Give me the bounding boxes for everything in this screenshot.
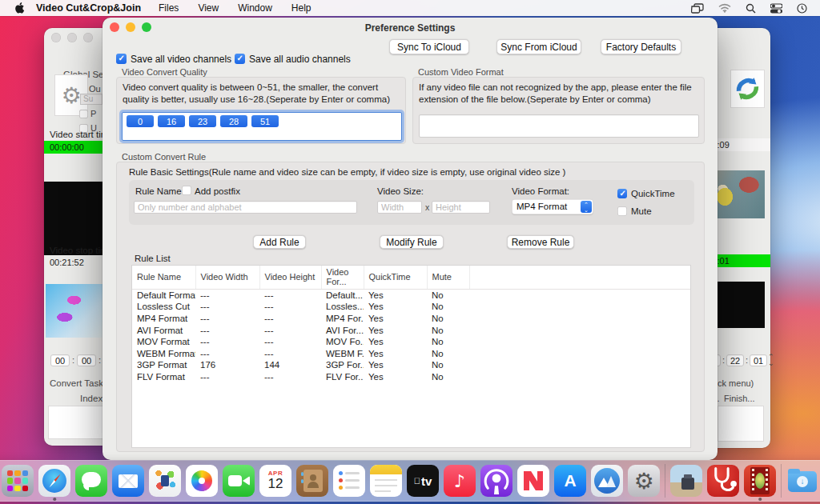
p-checkbox[interactable] [79, 110, 88, 118]
rule-table-cell: --- [195, 336, 259, 348]
rule-table-column-header[interactable]: Mute [427, 266, 469, 290]
quality-token[interactable]: 23 [189, 115, 216, 127]
rule-table-cell: Yes [364, 313, 427, 325]
su-field[interactable]: Su [80, 94, 102, 105]
dock-photo-booth[interactable] [149, 465, 181, 497]
video-size-label: Video Size: [377, 186, 424, 196]
quality-token[interactable]: 16 [158, 115, 185, 127]
custom-video-format-group: If any video file can not recognized by … [412, 77, 705, 144]
menu-view[interactable]: View [198, 2, 219, 14]
rule-table-cell [469, 324, 690, 336]
control-center-icon[interactable] [770, 3, 782, 14]
modify-rule-button[interactable]: Modify Rule [380, 235, 444, 249]
rule-table-row[interactable]: MOV Format------MOV Fo...YesNo [132, 336, 690, 348]
convert-button[interactable] [730, 70, 765, 108]
dock-image-file[interactable] [670, 465, 702, 497]
rule-table-column-header[interactable]: Video Height [259, 266, 321, 290]
save-audio-channels-checkbox[interactable] [235, 54, 245, 64]
quality-token[interactable]: 28 [220, 115, 247, 127]
dock-reminders[interactable] [333, 465, 365, 497]
dock-downloads-folder[interactable]: ↓ [786, 465, 818, 497]
dock-separator [781, 464, 782, 498]
add-rule-button[interactable]: Add Rule [253, 235, 306, 249]
dock-podcasts[interactable] [480, 465, 512, 497]
add-postfix-checkbox[interactable] [182, 186, 191, 195]
second-stepper[interactable]: 01 [750, 354, 767, 366]
rule-table-column-header[interactable]: Rule Name [132, 266, 195, 290]
mission-control-icon[interactable] [691, 3, 704, 14]
rule-table-row[interactable]: Lossless Cut------Lossles...YesNo [132, 301, 690, 313]
quicktime-checkbox[interactable] [617, 189, 627, 198]
dock-contacts[interactable] [296, 465, 328, 497]
rule-table-row[interactable]: MP4 Format------MP4 For...YesNo [132, 313, 690, 325]
dock-stethoscope-app[interactable] [707, 465, 739, 497]
dock-launchpad[interactable] [2, 465, 34, 497]
quality-token[interactable]: 0 [127, 115, 154, 127]
active-app-name[interactable]: Video Cut&Crop&Join [36, 2, 141, 14]
rule-list-table[interactable]: Rule NameVideo WidthVideo HeightVideo Fo… [131, 265, 691, 448]
left-window-traffic-lights[interactable] [51, 33, 93, 42]
sync-to-icloud-button[interactable]: Sync To iCloud [389, 39, 469, 54]
dock-notes[interactable] [370, 465, 402, 497]
rule-table-cell: WEBM F... [321, 347, 364, 359]
rule-table-row[interactable]: FLV Format------FLV For...YesNo [132, 371, 690, 383]
rule-table-row[interactable]: 3GP Format1761443GP For...YesNo [132, 359, 690, 371]
dock-news[interactable] [517, 465, 549, 497]
dock-photos[interactable] [186, 465, 218, 497]
menu-help[interactable]: Help [291, 2, 312, 14]
mute-checkbox[interactable] [617, 206, 627, 216]
search-icon[interactable] [746, 3, 756, 14]
quality-token-input[interactable]: 016232851 [122, 112, 402, 141]
rule-table-column-header[interactable]: QuickTime [364, 266, 427, 290]
stepper-arrows-icon[interactable]: ⌃⌄ [768, 354, 774, 366]
dock-music[interactable]: ♪ [444, 465, 476, 497]
minute-stepper[interactable]: 00 [77, 354, 96, 366]
video-convert-quality-description: Video convert quality is between 0~51, t… [123, 82, 400, 105]
preference-settings-dialog[interactable]: Preference Settings Sync To iCloud Sync … [102, 18, 718, 460]
dock-video-cut-crop-join[interactable] [744, 465, 776, 497]
save-video-channels-label: Save all video channels [131, 54, 231, 65]
hour-stepper[interactable]: 00 [50, 354, 70, 366]
rule-table-column-header[interactable]: Video For... [321, 266, 364, 290]
rule-table-cell: Yes [364, 324, 427, 336]
rule-table-cell: Yes [364, 301, 427, 313]
video-height-input[interactable] [432, 201, 490, 214]
apple-menu-icon[interactable] [14, 2, 25, 14]
custom-video-format-input[interactable] [419, 114, 699, 138]
zoom-button[interactable] [83, 33, 93, 42]
minute-stepper[interactable]: 22 [726, 354, 744, 366]
dock-tv[interactable]: tv [407, 465, 439, 497]
clock-icon[interactable] [797, 3, 807, 14]
close-button[interactable] [51, 33, 61, 42]
dock-mountains-app[interactable] [591, 465, 623, 497]
dock-app-store[interactable]: A [554, 465, 586, 497]
factory-defaults-button[interactable]: Factory Defaults [601, 39, 681, 54]
rule-name-input[interactable] [134, 201, 357, 214]
video-format-dropdown[interactable]: MP4 Format ⌃⌄ [512, 199, 593, 214]
dock-mail[interactable] [112, 465, 144, 497]
dock-system-preferences[interactable]: ⚙ [628, 465, 660, 497]
video-width-input[interactable] [377, 201, 422, 214]
colon: : [98, 355, 101, 365]
rule-table-column-header[interactable]: Video Width [195, 266, 259, 290]
dock-calendar[interactable]: APR 12 [259, 465, 291, 497]
add-postfix-label: Add postfix [195, 186, 240, 196]
rule-table-row[interactable]: WEBM Format------WEBM F...YesNo [132, 347, 690, 359]
minimize-button[interactable] [67, 33, 77, 42]
sync-from-icloud-button[interactable]: Sync From iCloud [496, 39, 581, 54]
rule-table-column-header[interactable] [469, 266, 690, 290]
rule-table-cell: Yes [364, 359, 427, 371]
rule-table-row[interactable]: AVI Format------AVI For...YesNo [132, 324, 690, 336]
rule-table-cell: AVI Format [132, 324, 195, 336]
dock-safari[interactable] [38, 465, 70, 497]
menu-window[interactable]: Window [238, 2, 272, 14]
wifi-icon[interactable] [718, 3, 731, 13]
save-video-channels-checkbox[interactable] [116, 54, 127, 64]
dock-facetime[interactable] [223, 465, 255, 497]
task-list-area[interactable] [718, 406, 764, 442]
remove-rule-button[interactable]: Remove Rule [507, 235, 574, 249]
quality-token[interactable]: 51 [251, 115, 279, 127]
rule-table-row[interactable]: Default Format------Default...YesNo [132, 290, 690, 302]
dock-messages[interactable] [75, 465, 107, 497]
menu-files[interactable]: Files [159, 2, 179, 14]
